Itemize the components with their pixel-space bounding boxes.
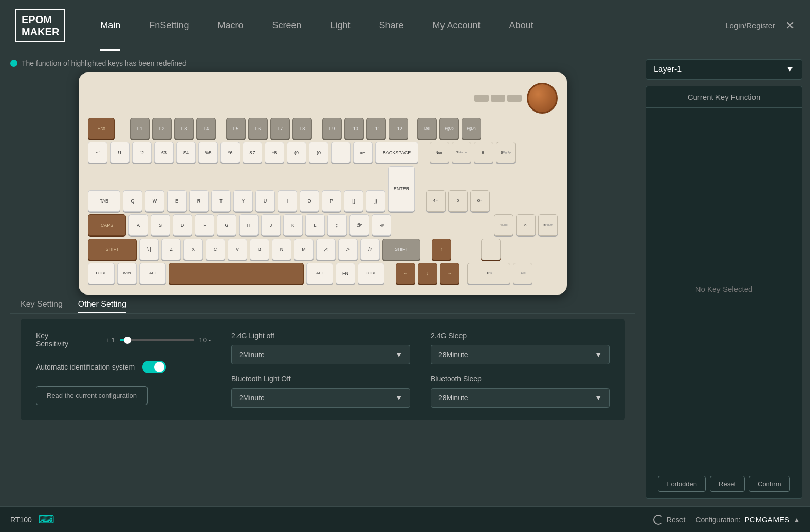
key-u[interactable]: U (255, 190, 275, 212)
key-l[interactable]: L (305, 214, 325, 236)
key-num8[interactable]: 8↑ (474, 142, 493, 163)
key-f5[interactable]: F5 (226, 118, 246, 139)
key-f6[interactable]: F6 (248, 118, 268, 139)
key-1[interactable]: !1 (110, 142, 130, 163)
auto-id-toggle[interactable] (142, 361, 166, 373)
key-rbracket[interactable]: ]} (366, 190, 385, 212)
nav-share[interactable]: Share (365, 0, 418, 51)
key-w[interactable]: W (145, 190, 164, 212)
bt-light-off-select[interactable]: 2Minute ▼ (231, 388, 410, 408)
key-quote[interactable]: @' (349, 214, 369, 236)
key-numside-extra[interactable] (481, 239, 501, 260)
forbidden-button[interactable]: Forbidden (658, 476, 706, 492)
confirm-button[interactable]: Confirm (749, 476, 790, 492)
nav-light[interactable]: Light (316, 0, 364, 51)
key-hash[interactable]: ~# (372, 214, 391, 236)
key-f11[interactable]: F11 (366, 118, 386, 139)
key-4[interactable]: $4 (176, 142, 196, 163)
key-num6[interactable]: 6→ (470, 190, 490, 212)
key-lctrl[interactable]: CTRL (88, 263, 115, 284)
key-i[interactable]: I (278, 190, 297, 212)
key-t[interactable]: T (211, 190, 231, 212)
key-z[interactable]: Z (161, 239, 181, 260)
key-y[interactable]: Y (233, 190, 253, 212)
nav-screen[interactable]: Screen (257, 0, 316, 51)
key-num1[interactable]: 1End (494, 214, 513, 236)
footer-reset-button[interactable]: Reset (653, 515, 686, 525)
key-arrow-left[interactable]: ← (396, 263, 415, 284)
key-backslash[interactable]: \ | (139, 239, 159, 260)
key-f12[interactable]: F12 (389, 118, 408, 139)
config-arrow[interactable]: ▲ (794, 516, 800, 523)
key-arrow-down[interactable]: ↓ (418, 263, 437, 284)
key-s[interactable]: S (151, 214, 170, 236)
key-win[interactable]: WIN (117, 263, 137, 284)
key-9[interactable]: (9 (287, 142, 306, 163)
key-lshift[interactable]: SHIFT (88, 239, 137, 260)
key-space[interactable] (169, 263, 304, 284)
key-a[interactable]: A (128, 214, 148, 236)
key-num5[interactable]: 5 (448, 190, 468, 212)
sleep-2g-select[interactable]: 28Minute ▼ (431, 345, 610, 364)
login-register-link[interactable]: Login/Register (725, 21, 775, 30)
key-backspace[interactable]: BACKSPACE (375, 142, 418, 163)
key-2[interactable]: "2 (132, 142, 152, 163)
key-num3[interactable]: 3PgDn (538, 214, 558, 236)
key-period[interactable]: .> (338, 239, 358, 260)
slider-track[interactable] (120, 339, 194, 341)
key-f2[interactable]: F2 (152, 118, 172, 139)
key-e[interactable]: E (167, 190, 187, 212)
key-g[interactable]: G (217, 214, 236, 236)
key-num9[interactable]: 9PgUp (496, 142, 516, 163)
key-num7[interactable]: 7Home (452, 142, 471, 163)
tab-key-setting[interactable]: Key Setting (21, 300, 63, 313)
key-num2[interactable]: 2↓ (516, 214, 536, 236)
key-p[interactable]: P (322, 190, 341, 212)
key-arrow-right[interactable]: → (440, 263, 459, 284)
key-f9[interactable]: F9 (322, 118, 342, 139)
key-f1[interactable]: F1 (130, 118, 150, 139)
close-button[interactable]: ✕ (785, 19, 795, 32)
tab-other-setting[interactable]: Other Setting (78, 300, 126, 313)
key-j[interactable]: J (261, 214, 281, 236)
key-num0[interactable]: 0Ins (467, 263, 510, 284)
nav-main[interactable]: Main (86, 0, 135, 51)
key-c[interactable]: C (206, 239, 225, 260)
layer-select[interactable]: Layer-1 ▼ (646, 59, 802, 80)
key-8[interactable]: *8 (265, 142, 284, 163)
key-f3[interactable]: F3 (174, 118, 194, 139)
kb-knob[interactable] (527, 83, 558, 114)
key-num4[interactable]: 4← (426, 190, 446, 212)
key-enter[interactable]: ENTER (388, 166, 415, 212)
key-q[interactable]: Q (123, 190, 142, 212)
key-h[interactable]: H (239, 214, 259, 236)
key-n[interactable]: N (272, 239, 291, 260)
nav-fnsetting[interactable]: FnSetting (135, 0, 203, 51)
key-esc[interactable]: Esc (88, 118, 115, 139)
key-lbracket[interactable]: [{ (344, 190, 363, 212)
key-backtick[interactable]: ~` (88, 142, 107, 163)
key-arrow-up[interactable]: ↑ (432, 239, 451, 260)
key-f4[interactable]: F4 (196, 118, 216, 139)
key-del[interactable]: Del (417, 118, 437, 139)
key-caps[interactable]: CAPS (88, 214, 126, 236)
key-slash[interactable]: /? (360, 239, 380, 260)
key-r[interactable]: R (189, 190, 209, 212)
key-pgup[interactable]: PgUp (439, 118, 459, 139)
key-equals[interactable]: =+ (353, 142, 373, 163)
key-6[interactable]: ^6 (220, 142, 240, 163)
key-tab[interactable]: TAB (88, 190, 120, 212)
key-numdot[interactable]: .Del (513, 263, 532, 284)
key-f[interactable]: F (195, 214, 214, 236)
key-semicolon[interactable]: ;: (327, 214, 347, 236)
key-v[interactable]: V (228, 239, 247, 260)
key-3[interactable]: £3 (154, 142, 174, 163)
key-pgdn[interactable]: PgDn (462, 118, 481, 139)
nav-macro[interactable]: Macro (203, 0, 257, 51)
key-fn[interactable]: FN (336, 263, 355, 284)
nav-about[interactable]: About (495, 0, 548, 51)
key-f7[interactable]: F7 (270, 118, 290, 139)
key-o[interactable]: O (300, 190, 319, 212)
key-f8[interactable]: F8 (292, 118, 312, 139)
nav-myaccount[interactable]: My Account (418, 0, 495, 51)
